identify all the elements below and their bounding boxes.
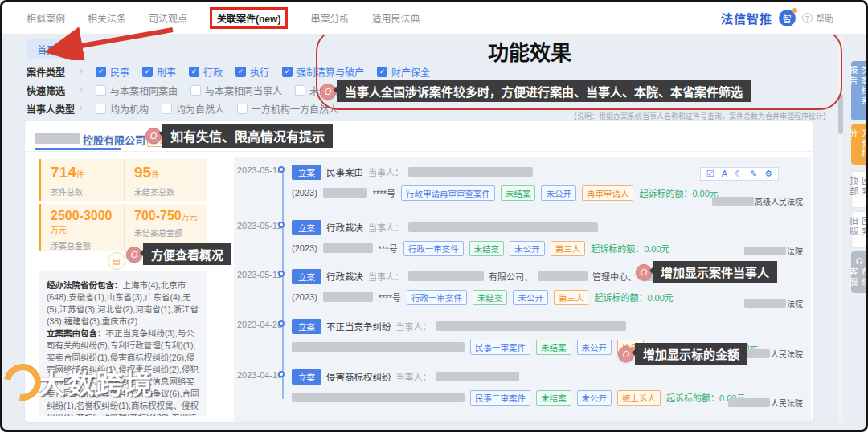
app-window: 相似案例 相关法条 司法观点 关联案件(new) 串案分析 适用民法典 法信智推…	[0, 0, 868, 432]
stage-badge: 立案	[292, 369, 321, 385]
amount-value: 0.00元	[647, 293, 673, 303]
scrollbar-thumb[interactable]	[838, 94, 843, 134]
amount-label: 起诉标的额：	[591, 244, 644, 254]
tip-text: 增加显示标的金额	[635, 343, 747, 365]
checkbox-icon[interactable]	[162, 104, 172, 114]
company-tab[interactable]: 控股有限公司	[83, 132, 145, 147]
sidebar-tab-rate-me[interactable]: 为我打分	[851, 124, 868, 165]
case-cause: 不正当竞争纠纷	[326, 320, 391, 332]
case-entry[interactable]: 2023-05-11 立案 行政裁决 当事人： (2023) ***号 行政一审…	[234, 221, 811, 255]
court-row: 法院	[744, 297, 803, 309]
court-row: 人民法院	[728, 397, 803, 409]
case-cause: 行政裁决	[326, 221, 363, 234]
help-icon: ?	[802, 13, 813, 23]
checkbox-icon[interactable]	[295, 85, 305, 96]
annotate-icon[interactable]: ✎	[750, 169, 757, 179]
sidebar-tab-online-service[interactable]: ☊ 在线客服	[851, 251, 868, 293]
court-suffix: 人民法院	[771, 397, 803, 409]
procedure-tag: 民事二审案件	[470, 390, 530, 406]
court-suffix: 法院	[787, 297, 803, 309]
summary-panel: 经办法院省份包含：上海市(4),北京市(648),安徽省(1),山东省(3),广…	[39, 271, 207, 416]
case-number-suffix: ***号	[379, 242, 398, 255]
summary-courts-label: 经办法院省份包含：	[47, 280, 123, 290]
case-date: 2023-05-18	[237, 165, 282, 175]
stat-unit: 件	[76, 170, 84, 179]
sidebar-tab-old-version[interactable]: 回到旧版	[851, 211, 868, 248]
case-cause: 行政裁决	[326, 270, 363, 283]
help-button[interactable]: ? 帮助	[802, 12, 833, 25]
select-all-icon[interactable]: ☑	[706, 169, 714, 179]
checkbox-icon[interactable]	[96, 104, 106, 114]
publicity-tag: 未公开	[513, 290, 548, 305]
publicity-tag: 未公开	[541, 185, 576, 201]
court-suffix: 法院	[787, 245, 803, 257]
night-mode-icon[interactable]: ☾	[735, 169, 743, 179]
redacted-court	[744, 247, 786, 255]
checkbox-icon[interactable]: ✓	[142, 67, 153, 77]
checkbox-icon[interactable]	[190, 85, 201, 96]
redacted-party	[538, 271, 588, 281]
sidebar-tab-case-search-report[interactable]: 类案检索报告	[851, 61, 868, 120]
collapse-badge-icon[interactable]: ▤	[108, 252, 125, 270]
brand-icon[interactable]: 智	[779, 10, 796, 26]
stat-unit: 万元	[51, 226, 67, 234]
checkbox-administrative[interactable]: ✓行政	[189, 65, 223, 79]
role-tag: 第三人	[551, 241, 586, 256]
stat-unclosed-cases: 95件 未结案总数	[124, 159, 207, 201]
checkbox-same-cause[interactable]: 与本案相同案由	[96, 84, 178, 97]
redacted-court	[744, 299, 786, 308]
font-size-icon[interactable]: A	[722, 169, 727, 179]
checkbox-icon[interactable]	[96, 85, 106, 96]
stats-panel-counts: 714件 案件总数 95件 未结案总数	[39, 159, 207, 201]
redacted-case-number	[323, 292, 373, 302]
reader-toolbar: ☑ A ☾ ✎ ⚙	[700, 167, 779, 181]
timeline-node-icon	[278, 371, 285, 377]
checkbox-criminal[interactable]: ✓刑事	[142, 65, 176, 79]
home-tab[interactable]: 首页	[27, 39, 67, 59]
status-tag: 未结案	[501, 185, 536, 201]
checkbox-same-party[interactable]: 与本案相同当事人	[190, 84, 282, 97]
checkbox-icon[interactable]: ✓	[189, 67, 199, 77]
sidebar-tab-back-to-top[interactable]: 回到顶部	[851, 171, 868, 208]
filter-label: 快速筛选 ›	[27, 84, 83, 97]
checkbox-label: 执行	[250, 65, 269, 79]
chevron-right-icon: ›	[80, 102, 83, 116]
stat-unit: 万元	[182, 213, 198, 222]
status-tag: 未结案	[536, 340, 571, 355]
top-nav: 相似案例 相关法条 司法观点 关联案件(new) 串案分析 适用民法典 法信智推…	[2, 2, 866, 35]
annotation-tip-credit: O 如有失信、限高情况有提示	[145, 124, 333, 148]
checkbox-icon[interactable]	[237, 104, 248, 114]
redacted-party	[436, 321, 626, 331]
tab-similar-cases[interactable]: 相似案例	[27, 11, 65, 25]
checkbox-both-org[interactable]: 均为机构	[96, 102, 149, 116]
checkbox-icon[interactable]: ✓	[235, 67, 246, 77]
annotation-tip-parties: O 增加显示案件当事人	[636, 261, 777, 283]
tab-serial-case-analysis[interactable]: 串案分析	[310, 11, 349, 25]
tip-text: 增加显示案件当事人	[653, 261, 777, 283]
role-tag: 再审申请人	[582, 185, 634, 201]
case-cause: 侵害商标权纠纷	[326, 370, 391, 383]
timeline-panel: ☑ A ☾ ✎ ⚙ 2023-05-18 立案 民事案由 当事人：	[234, 157, 811, 422]
tab-linked-cases[interactable]: 关联案件(new)	[210, 7, 288, 29]
tab-related-laws[interactable]: 相关法条	[88, 11, 126, 25]
checkbox-icon[interactable]: ✓	[282, 67, 293, 77]
procedure-tag: 行政申请再审审查案件	[401, 185, 495, 201]
checkbox-icon[interactable]: ✓	[96, 67, 106, 77]
tab-judicial-views[interactable]: 司法观点	[149, 11, 187, 25]
checkbox-label: 与本案相同当事人	[205, 84, 282, 97]
court-row: 高级人民法院	[712, 195, 803, 207]
checkbox-civil[interactable]: ✓民事	[96, 65, 129, 79]
stage-badge: 立案	[292, 165, 321, 180]
amount-label: 起诉标的额：	[639, 189, 692, 198]
tab-civil-code[interactable]: 适用民法典	[371, 11, 420, 25]
chevron-right-icon: ›	[80, 84, 83, 97]
checkbox-both-person[interactable]: 均为自然人	[162, 102, 224, 116]
headset-icon: ☊	[855, 256, 865, 267]
case-entry[interactable]: 2023-04-10 立案 侵害商标权纠纷 当事人： 民事二审案件 未结案 未公…	[234, 370, 811, 405]
court-suffix: 高级人民法院	[755, 195, 803, 207]
redacted-party	[408, 271, 484, 281]
party-suffix: 有限公司、	[489, 270, 533, 283]
checkbox-enforcement[interactable]: ✓执行	[235, 65, 269, 79]
settings-icon[interactable]: ⚙	[764, 169, 772, 179]
status-tag: 未结案	[473, 290, 508, 305]
